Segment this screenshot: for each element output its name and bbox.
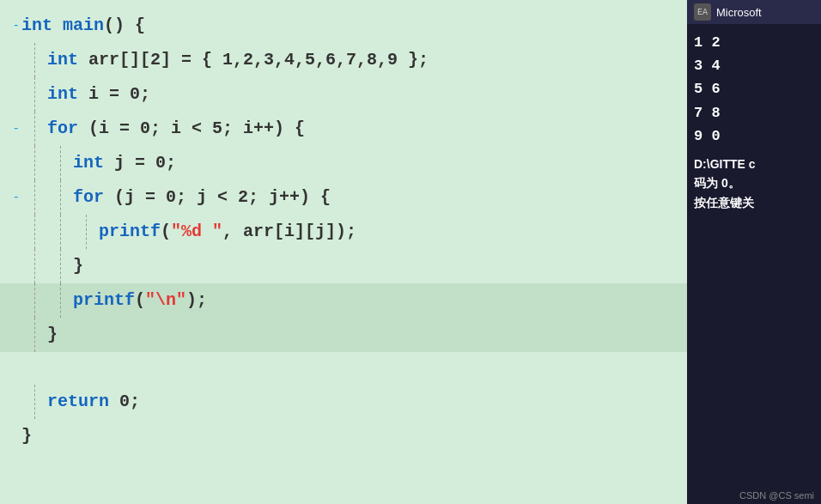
terminal-line: 3 4 — [694, 54, 814, 77]
code-content: for (i = 0; i < 5; i++) { — [47, 112, 687, 146]
terminal-header: EA Microsoft — [687, 0, 821, 24]
code-content — [21, 352, 687, 385]
indent-bar — [21, 318, 47, 352]
gutter-arrow: - — [13, 19, 20, 33]
code-line: int j = 0; — [0, 146, 687, 180]
indent-bar — [73, 215, 99, 249]
token-plain: ( — [135, 288, 145, 313]
token-plain: arr[][2] = { 1,2,3,4,5,6,7,8,9 }; — [78, 48, 429, 72]
code-line: printf("%d ", arr[i][j]); — [0, 215, 687, 249]
token-plain: ); — [186, 288, 207, 313]
terminal-line: 5 6 — [694, 77, 814, 100]
token-kw: for — [47, 117, 78, 141]
code-line: } — [0, 249, 687, 283]
gutter — [0, 215, 21, 249]
code-content: return 0; — [47, 385, 687, 419]
indent-bar — [21, 249, 47, 283]
indent-bar — [21, 283, 47, 318]
gutter-arrow: - — [13, 191, 20, 204]
code-line: int i = 0; — [0, 77, 687, 112]
code-content: int arr[][2] = { 1,2,3,4,5,6,7,8,9 }; — [47, 43, 687, 77]
token-str: "\n" — [145, 288, 186, 313]
token-kw: int — [47, 48, 78, 72]
terminal-chinese-2: 按任意键关 — [694, 193, 814, 212]
gutter — [0, 77, 21, 112]
token-plain: , arr[i][j]); — [222, 220, 356, 244]
terminal-footer: CSDN @CS semi — [687, 487, 821, 504]
code-line — [0, 352, 687, 385]
gutter — [0, 385, 21, 419]
token-plain: ( — [161, 220, 171, 244]
terminal-title: Microsoft — [716, 6, 762, 19]
code-line: } — [0, 318, 687, 352]
indent-bar — [21, 112, 47, 146]
gutter — [0, 249, 21, 283]
terminal-output: 1 23 45 67 89 0D:\GITTE c码为 0。按任意键关 — [687, 24, 821, 487]
gutter: - — [0, 112, 21, 146]
token-fn: main — [63, 14, 104, 38]
gutter — [0, 352, 21, 385]
indent-bar — [47, 146, 73, 180]
gutter — [0, 43, 21, 77]
indent-bar — [21, 146, 47, 180]
token-kw: int — [47, 82, 78, 106]
terminal-line: 1 2 — [694, 31, 814, 54]
code-content: int i = 0; — [47, 77, 687, 112]
indent-bar — [47, 283, 73, 318]
token-plain: } — [21, 424, 32, 448]
gutter: - — [0, 180, 21, 215]
gutter — [0, 283, 21, 318]
token-kw: int — [21, 14, 52, 38]
code-line: -for (j = 0; j < 2; j++) { — [0, 180, 687, 215]
token-plain: (j = 0; j < 2; j++) { — [104, 185, 331, 209]
gutter — [0, 146, 21, 180]
token-plain: } — [47, 323, 58, 347]
indent-bar — [21, 215, 47, 249]
token-plain: j = 0; — [104, 151, 176, 175]
terminal-line: 9 0 — [694, 124, 814, 148]
terminal-chinese-1: 码为 0。 — [694, 173, 814, 192]
code-line: int arr[][2] = { 1,2,3,4,5,6,7,8,9 }; — [0, 43, 687, 77]
code-line: -for (i = 0; i < 5; i++) { — [0, 112, 687, 146]
token-plain: (i = 0; i < 5; i++) { — [78, 117, 305, 141]
token-plain: 0; — [109, 390, 140, 414]
gutter — [0, 318, 21, 352]
terminal-icon-text: EA — [697, 8, 708, 17]
code-content: for (j = 0; j < 2; j++) { — [73, 180, 687, 215]
terminal-panel: EA Microsoft 1 23 45 67 89 0D:\GITTE c码为… — [687, 0, 821, 504]
code-content: printf("%d ", arr[i][j]); — [99, 215, 687, 249]
token-kw: for — [73, 185, 104, 209]
terminal-icon: EA — [694, 3, 711, 21]
token-fn: printf — [99, 220, 161, 244]
code-line: } — [0, 419, 687, 453]
code-content: int j = 0; — [73, 146, 687, 180]
terminal-path: D:\GITTE c — [694, 155, 814, 173]
code-content: printf("\n"); — [73, 283, 687, 318]
gutter: - — [0, 9, 21, 43]
indent-bar — [21, 77, 47, 112]
indent-bar — [21, 43, 47, 77]
indent-bar — [21, 180, 47, 215]
code-line: return 0; — [0, 385, 687, 419]
code-content: int main() { — [21, 9, 687, 43]
code-content: } — [21, 419, 687, 453]
indent-bar — [47, 180, 73, 215]
code-content: } — [47, 318, 687, 352]
token-fn: printf — [73, 288, 135, 313]
gutter — [0, 419, 21, 453]
token-plain — [52, 14, 63, 38]
code-line: printf("\n"); — [0, 283, 687, 318]
terminal-line: 7 8 — [694, 101, 814, 124]
token-plain: () { — [104, 14, 145, 38]
code-editor: -int main() {int arr[][2] = { 1,2,3,4,5,… — [0, 0, 687, 504]
token-plain: } — [73, 254, 83, 278]
token-plain: i = 0; — [78, 82, 150, 106]
token-kw: int — [73, 151, 104, 175]
indent-bar — [47, 249, 73, 283]
gutter-arrow: - — [13, 122, 20, 136]
indent-bar — [47, 215, 73, 249]
indent-bar — [21, 385, 47, 419]
code-content: } — [73, 249, 687, 283]
token-kw: return — [47, 390, 109, 414]
code-line: -int main() { — [0, 9, 687, 43]
